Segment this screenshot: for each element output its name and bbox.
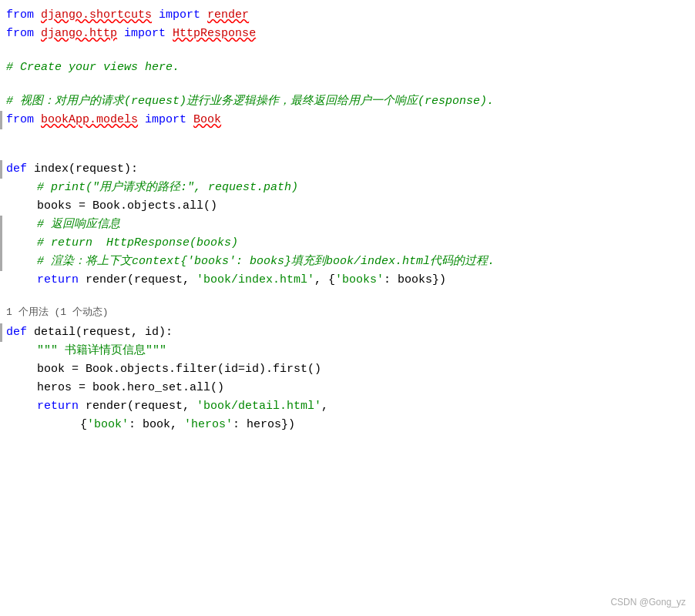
code-token: def (6, 160, 27, 179)
code-token (34, 111, 41, 129)
code-line: def detail(request, id): (0, 323, 695, 342)
code-token: from (6, 111, 34, 129)
code-token: 'book/index.html' (196, 271, 314, 290)
code-line: book = Book.objects.filter(id=id).first(… (0, 360, 695, 379)
left-bar-indicator (0, 111, 2, 129)
code-token: { (80, 416, 87, 434)
code-token (27, 323, 34, 342)
code-token: import (124, 25, 166, 43)
code-token: render(request, (79, 397, 196, 416)
code-token: 'books' (335, 271, 384, 290)
empty-line (0, 129, 695, 145)
left-bar-indicator (0, 234, 2, 253)
code-token: # return HttpResponse(books) (37, 234, 238, 253)
code-token: def (6, 323, 27, 342)
left-bar-indicator (0, 253, 2, 271)
code-editor: from django.shortcuts import renderfrom … (0, 0, 695, 616)
code-token: (request, id): (76, 323, 173, 342)
code-token: book = Book.objects.filter(id=id).first(… (37, 360, 321, 379)
code-token: , { (314, 271, 335, 290)
code-token: from (6, 6, 34, 25)
code-line: # 视图：对用户的请求(request)进行业务逻辑操作，最终返回给用户一个响应… (0, 92, 695, 111)
code-token (27, 160, 34, 179)
code-token: render (207, 6, 249, 25)
code-token (34, 25, 41, 43)
code-token (117, 25, 124, 43)
code-token: : heros}) (233, 416, 295, 434)
left-bar-indicator (0, 323, 2, 342)
left-bar-indicator (0, 216, 2, 234)
code-line: {'book': book, 'heros': heros}) (0, 416, 695, 434)
code-token: """ 书籍详情页信息""" (37, 342, 166, 360)
code-token: books = Book.objects.all() (37, 197, 217, 216)
code-token: index (34, 160, 69, 179)
usage-hint-line: 1 个用法 (1 个动态) (0, 305, 695, 323)
code-line: # 返回响应信息 (0, 216, 695, 234)
code-token: 'book' (87, 416, 129, 434)
left-bar-indicator (0, 160, 2, 179)
usage-hint-text: 1 个用法 (1 个动态) (6, 305, 109, 321)
code-line: return render(request, 'book/index.html'… (0, 271, 695, 290)
code-token: : book, (129, 416, 184, 434)
code-token: : books}) (384, 271, 446, 290)
code-token (34, 6, 41, 25)
code-line: from django.shortcuts import render (0, 6, 695, 25)
code-line: heros = book.hero_set.all() (0, 379, 695, 397)
watermark: CSDN @Gong_yz (610, 595, 686, 610)
code-content: from django.shortcuts import renderfrom … (0, 6, 695, 434)
code-token: 'book/detail.html' (196, 397, 321, 416)
code-token (138, 111, 145, 129)
code-token (166, 25, 173, 43)
code-token: # 返回响应信息 (37, 216, 120, 234)
code-token: from (6, 25, 34, 43)
code-token: heros = book.hero_set.all() (37, 379, 224, 397)
code-token: 'heros' (184, 416, 233, 434)
code-line: from bookApp.models import Book (0, 111, 695, 129)
code-line: return render(request, 'book/detail.html… (0, 397, 695, 416)
code-line: """ 书籍详情页信息""" (0, 342, 695, 360)
code-token: detail (34, 323, 76, 342)
code-token: return (37, 271, 79, 290)
code-line: # Create your views here. (0, 59, 695, 77)
code-line: # return HttpResponse(books) (0, 234, 695, 253)
code-token: import (145, 111, 186, 129)
code-token: # Create your views here. (6, 59, 180, 77)
code-token: , (321, 397, 328, 416)
code-token: return (37, 397, 79, 416)
code-token (152, 6, 159, 25)
code-token: # 渲染：将上下文context{'books': books}填充到book/… (37, 253, 495, 271)
code-token: import (159, 6, 200, 25)
code-token: render(request, (79, 271, 196, 290)
code-line: def index(request): (0, 160, 695, 179)
code-line: books = Book.objects.all() (0, 197, 695, 216)
code-line: # 渲染：将上下文context{'books': books}填充到book/… (0, 253, 695, 271)
code-token: Book (193, 111, 221, 129)
code-token: django.shortcuts (41, 6, 152, 25)
code-token (186, 111, 193, 129)
code-token: (request): (69, 160, 138, 179)
code-token (200, 6, 207, 25)
code-token: bookApp.models (41, 111, 138, 129)
code-line: # print("用户请求的路径:", request.path) (0, 179, 695, 197)
code-token: # 视图：对用户的请求(request)进行业务逻辑操作，最终返回给用户一个响应… (6, 92, 494, 111)
code-line: from django.http import HttpResponse (0, 25, 695, 43)
code-token: # print("用户请求的路径:", request.path) (37, 179, 298, 197)
empty-line (0, 145, 695, 160)
code-token: django.http (41, 25, 117, 43)
empty-line (0, 77, 695, 92)
code-token: HttpResponse (173, 25, 256, 43)
empty-line (0, 43, 695, 59)
empty-line (0, 290, 695, 305)
